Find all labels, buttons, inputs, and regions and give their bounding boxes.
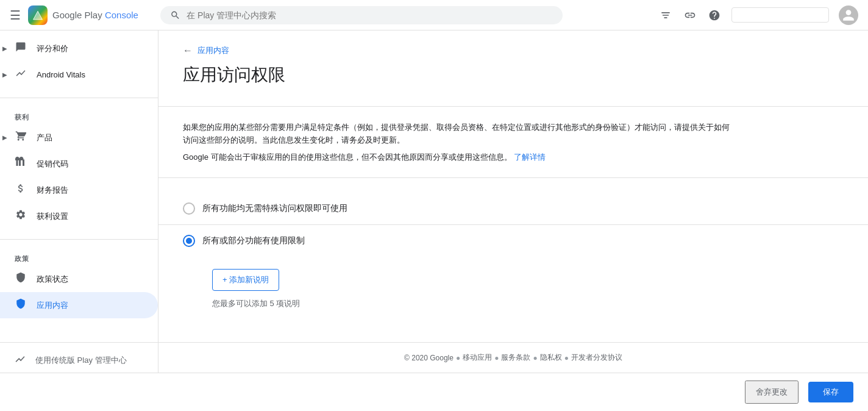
- radio-label-1: 所有功能均无需特殊访问权限即可使用: [202, 203, 347, 214]
- description-text: 如果您的应用的某些部分需要用户满足特定条件（例如，提供登录凭据、取得会员资格、在…: [183, 121, 731, 147]
- radio-label-2: 所有或部分功能有使用限制: [202, 235, 305, 246]
- google-note: Google 可能会出于审核应用的目的使用这些信息，但不会因其他原因而分享或使用…: [183, 152, 844, 163]
- sidebar-item-legacy[interactable]: 使用传统版 Play 管理中心: [0, 348, 158, 373]
- vitals-label: Android Vitals: [37, 70, 85, 79]
- promo-label: 促销代码: [37, 159, 68, 170]
- middle-divider: [158, 177, 868, 178]
- monetize-settings-icon: [15, 209, 27, 223]
- footer: © 2020 Google ● 移动应用 ● 服务条款 ● 隐私权 ● 开发者分…: [158, 342, 868, 373]
- sidebar-item-monetize-settings[interactable]: 获利设置: [0, 203, 158, 229]
- expand-arrow: ▶: [2, 45, 7, 52]
- footer-link-terms[interactable]: 服务条款: [501, 352, 530, 363]
- breadcrumb-label: 应用内容: [197, 45, 229, 56]
- brand-name: Google Play Console: [52, 10, 138, 20]
- top-divider: [158, 106, 868, 107]
- finance-label: 财务报告: [37, 185, 68, 196]
- footer-dot-3: ●: [533, 354, 537, 362]
- discard-button[interactable]: 舍弃更改: [745, 381, 799, 404]
- products-label: 产品: [37, 132, 52, 143]
- learn-more-link[interactable]: 了解详情: [514, 152, 546, 162]
- policy-status-label: 政策状态: [37, 274, 68, 285]
- footer-dot-1: ●: [456, 354, 460, 362]
- breadcrumb-arrow: ←: [183, 45, 193, 56]
- vitals-icon: [15, 68, 27, 82]
- footer-dot-2: ●: [494, 354, 499, 362]
- app-selector[interactable]: [731, 7, 829, 23]
- products-icon: [15, 130, 27, 145]
- sidebar-item-policy-status[interactable]: 政策状态: [0, 266, 158, 292]
- promo-icon: [15, 157, 27, 171]
- radio-option-1[interactable]: 所有功能均无需特殊访问权限即可使用: [183, 193, 844, 224]
- add-instruction-button[interactable]: + 添加新说明: [212, 269, 279, 291]
- sidebar-item-finance[interactable]: 财务报告: [0, 177, 158, 203]
- breadcrumb[interactable]: ← 应用内容: [183, 45, 844, 56]
- app-content-label: 应用内容: [37, 300, 68, 311]
- help-icon[interactable]: [707, 8, 722, 23]
- ratings-label: 评分和价: [37, 43, 68, 54]
- search-icon: [170, 10, 180, 21]
- legacy-label: 使用传统版 Play 管理中心: [35, 355, 127, 366]
- sidebar-divider-bottom: [0, 342, 158, 343]
- link-icon[interactable]: [683, 8, 697, 23]
- footer-dot-4: ●: [564, 354, 569, 362]
- sidebar-item-android-vitals[interactable]: ▶ Android Vitals: [0, 62, 158, 88]
- sidebar-item-ratings[interactable]: ▶ 评分和价: [0, 35, 158, 62]
- radio-option-2[interactable]: 所有或部分功能有使用限制: [183, 225, 844, 257]
- save-button[interactable]: 保存: [808, 382, 853, 402]
- policy-status-icon: [15, 272, 27, 286]
- sidebar-item-promo[interactable]: 促销代码: [0, 151, 158, 177]
- sidebar-item-products[interactable]: ▶ 产品: [0, 124, 158, 151]
- logo-icon: [28, 5, 48, 25]
- expand-arrow-products: ▶: [2, 134, 7, 141]
- page-title: 应用访问权限: [183, 63, 844, 87]
- finance-icon: [15, 183, 27, 197]
- notifications-icon[interactable]: [658, 8, 673, 23]
- app-content-icon: [15, 298, 27, 312]
- sidebar-divider-2: [0, 239, 158, 240]
- sidebar-item-app-content[interactable]: 应用内容: [0, 292, 158, 318]
- user-avatar[interactable]: [839, 5, 858, 25]
- footer-link-mobile[interactable]: 移动应用: [463, 352, 492, 363]
- policy-section-label: 政策: [0, 249, 158, 266]
- action-bar: 舍弃更改 保存: [0, 373, 868, 411]
- monetize-settings-label: 获利设置: [37, 211, 68, 222]
- search-input[interactable]: [187, 10, 553, 20]
- footer-link-privacy[interactable]: 隐私权: [540, 352, 562, 363]
- ratings-icon: [15, 41, 27, 55]
- add-button-label: + 添加新说明: [222, 274, 269, 285]
- expand-arrow-vitals: ▶: [2, 71, 7, 78]
- radio-circle-1[interactable]: [183, 202, 195, 215]
- sidebar: ▶ 评分和价 ▶ Android Vitals 获利 ▶: [0, 30, 158, 373]
- app-logo[interactable]: Google Play Console: [28, 5, 138, 25]
- legacy-icon: [15, 354, 26, 366]
- menu-icon[interactable]: ☰: [10, 8, 21, 23]
- radio-circle-2[interactable]: [183, 235, 195, 247]
- search-bar[interactable]: [160, 6, 563, 24]
- footer-copyright: © 2020 Google: [404, 354, 454, 362]
- monetize-section-label: 获利: [0, 108, 158, 124]
- sidebar-divider-1: [0, 98, 158, 98]
- main-content: ← 应用内容 应用访问权限 如果您的应用的某些部分需要用户满足特定条件（例如，提…: [158, 30, 868, 342]
- footer-link-dev[interactable]: 开发者分发协议: [571, 352, 622, 363]
- max-note: 您最多可以添加 5 项说明: [212, 298, 844, 309]
- topbar-actions: [658, 5, 858, 25]
